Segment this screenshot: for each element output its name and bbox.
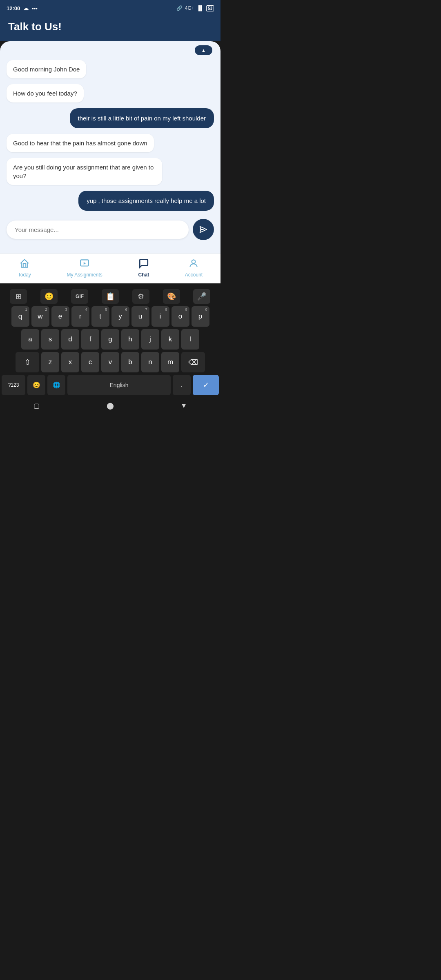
- home-icon: [19, 258, 30, 270]
- keyboard-gif-btn[interactable]: GIF: [71, 289, 88, 304]
- key-v[interactable]: v: [101, 352, 119, 372]
- keyboard-row-1: q1 w2 e3 r4 t5 y6 u7 i8 o9 p0: [2, 306, 219, 327]
- key-f[interactable]: f: [81, 329, 99, 350]
- key-globe[interactable]: 🌐: [47, 375, 65, 395]
- key-b[interactable]: b: [121, 352, 139, 372]
- battery-icon: 53: [206, 5, 214, 11]
- keyboard-clipboard-btn[interactable]: 📋: [102, 289, 119, 304]
- key-d[interactable]: d: [61, 329, 79, 350]
- key-y[interactable]: y6: [111, 306, 129, 327]
- keyboard-row-3: ⇧ z x c v b n m ⌫: [2, 352, 219, 372]
- assignments-icon: [79, 258, 90, 270]
- nav-my-assignments[interactable]: My Assignments: [67, 258, 102, 278]
- nav-chat-label: Chat: [138, 272, 149, 278]
- nav-chat[interactable]: Chat: [138, 258, 149, 278]
- nav-account-label: Account: [185, 272, 203, 278]
- messages-area: Good morning John Doe How do you feel to…: [7, 48, 214, 215]
- scroll-hint[interactable]: ▲: [195, 45, 212, 55]
- chat-icon: [138, 258, 149, 270]
- key-u[interactable]: u7: [131, 306, 149, 327]
- key-backspace[interactable]: ⌫: [181, 352, 205, 372]
- key-p[interactable]: p0: [192, 306, 209, 327]
- key-shift[interactable]: ⇧: [16, 352, 39, 372]
- key-r[interactable]: r4: [71, 306, 89, 327]
- keyboard-theme-btn[interactable]: 🎨: [163, 289, 180, 304]
- key-l[interactable]: l: [181, 329, 199, 350]
- header: Talk to Us!: [0, 16, 220, 41]
- svg-marker-1: [84, 262, 86, 265]
- weather-icon: ☁: [23, 5, 29, 11]
- nav-today[interactable]: Today: [18, 258, 31, 278]
- svg-point-2: [192, 260, 196, 263]
- key-e[interactable]: e3: [51, 306, 69, 327]
- key-space[interactable]: English: [67, 375, 171, 395]
- message-input[interactable]: [7, 220, 189, 239]
- key-123[interactable]: ?123: [2, 375, 25, 395]
- key-k[interactable]: k: [161, 329, 179, 350]
- status-bar: 12:00 ☁ ••• 🔗 4G+ ▐▌ 53: [0, 0, 220, 16]
- keyboard-row-4: ?123 😊 🌐 English . ✓: [2, 375, 219, 395]
- bottom-nav: Today My Assignments Chat Account: [0, 254, 220, 283]
- page-title: Talk to Us!: [8, 20, 212, 33]
- key-j[interactable]: j: [141, 329, 159, 350]
- network-icon: 4G+: [185, 5, 194, 11]
- key-a[interactable]: a: [21, 329, 39, 350]
- key-i[interactable]: i8: [151, 306, 169, 327]
- keyboard-grid-btn[interactable]: ⊞: [10, 289, 27, 304]
- key-n[interactable]: n: [141, 352, 159, 372]
- keyboard-toolbar: ⊞ 🙂 GIF 📋 ⚙ 🎨 🎤: [2, 287, 219, 306]
- key-x[interactable]: x: [61, 352, 79, 372]
- more-icon: •••: [32, 5, 38, 11]
- link-icon: 🔗: [176, 5, 183, 11]
- key-h[interactable]: h: [121, 329, 139, 350]
- account-icon: [188, 258, 199, 270]
- keyboard-mic-btn[interactable]: 🎤: [193, 289, 210, 304]
- keyboard-settings-btn[interactable]: ⚙: [132, 289, 149, 304]
- system-nav: ▢ ⬤ ▼: [0, 398, 220, 415]
- nav-today-label: Today: [18, 272, 31, 278]
- message-4: Good to hear that the pain has almost go…: [7, 134, 154, 152]
- key-w[interactable]: w2: [31, 306, 49, 327]
- message-1: Good morning John Doe: [7, 60, 86, 78]
- nav-back-btn[interactable]: ▼: [180, 402, 187, 410]
- key-c[interactable]: c: [81, 352, 99, 372]
- nav-assignments-label: My Assignments: [67, 272, 102, 278]
- signal-icon: ▐▌: [197, 5, 204, 11]
- key-m[interactable]: m: [161, 352, 179, 372]
- send-button[interactable]: [193, 219, 214, 240]
- nav-account[interactable]: Account: [185, 258, 203, 278]
- status-left: 12:00 ☁ •••: [7, 5, 38, 11]
- status-time: 12:00: [7, 5, 20, 11]
- key-t[interactable]: t5: [91, 306, 109, 327]
- message-3: their is still a little bit of pain on m…: [70, 108, 214, 128]
- message-input-area: [7, 215, 214, 246]
- nav-square-btn[interactable]: ▢: [33, 402, 40, 410]
- keyboard-row-2: a s d f g h j k l: [2, 329, 219, 350]
- key-emoji[interactable]: 😊: [27, 375, 45, 395]
- message-6: yup , those assignments really help me a…: [78, 191, 214, 211]
- keyboard: ⊞ 🙂 GIF 📋 ⚙ 🎨 🎤 q1 w2 e3 r4 t5 y6 u7 i8 …: [0, 283, 220, 395]
- keyboard-sticker-btn[interactable]: 🙂: [40, 289, 58, 304]
- message-2: How do you feel today?: [7, 84, 84, 102]
- key-dot[interactable]: .: [173, 375, 191, 395]
- key-s[interactable]: s: [41, 329, 59, 350]
- key-enter[interactable]: ✓: [193, 375, 219, 395]
- key-o[interactable]: o9: [172, 306, 189, 327]
- chat-container: ▲ Good morning John Doe How do you feel …: [0, 41, 220, 254]
- key-q[interactable]: q1: [11, 306, 29, 327]
- key-z[interactable]: z: [41, 352, 59, 372]
- nav-home-btn[interactable]: ⬤: [107, 402, 114, 410]
- status-right: 🔗 4G+ ▐▌ 53: [176, 5, 214, 11]
- message-5: Are you still doing your assignment that…: [7, 158, 162, 185]
- key-g[interactable]: g: [101, 329, 119, 350]
